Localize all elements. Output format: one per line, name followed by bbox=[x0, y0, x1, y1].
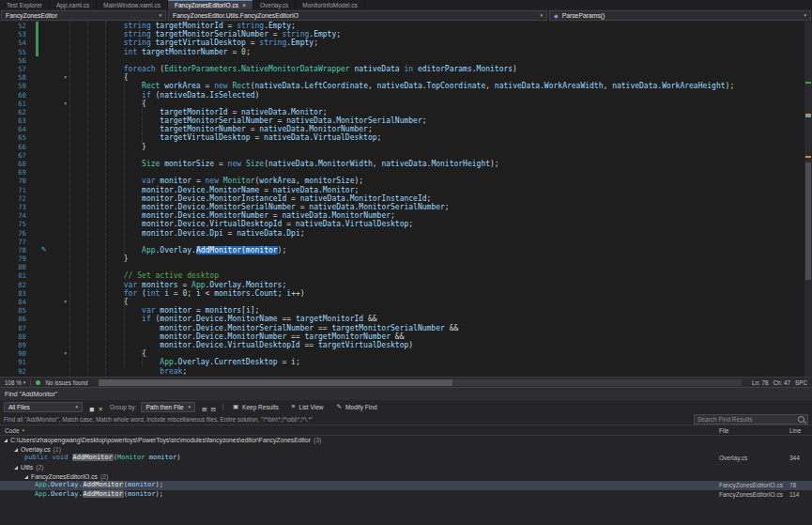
code-text: monitor.Device.VirtualDesktopId == targe… bbox=[69, 341, 413, 349]
project-dropdown[interactable]: FancyZonesEditor ▾ bbox=[1, 10, 166, 21]
result-match-row[interactable]: public void AddMonitor(Monitor monitor)O… bbox=[0, 454, 812, 463]
keep-results-button[interactable]: ▣Keep Results bbox=[228, 404, 282, 410]
zoom-control[interactable]: 108 % ▾ bbox=[5, 379, 25, 386]
code-text: targetMonitorId = nativeData.Monitor; bbox=[69, 108, 328, 116]
glyph-margin bbox=[32, 116, 69, 125]
modify-find-button[interactable]: ✎Modify Find bbox=[331, 404, 379, 410]
result-group-row[interactable]: Overlay.cs(1) bbox=[0, 445, 812, 455]
line-number: 76 bbox=[0, 229, 32, 238]
fold-chevron-icon[interactable]: ▾ bbox=[64, 298, 67, 306]
line-number: 74 bbox=[0, 211, 32, 220]
glyph-margin bbox=[32, 91, 69, 100]
collapse-all-icon[interactable]: ⊟ bbox=[208, 406, 217, 412]
list-view-button-label: List View bbox=[299, 404, 324, 410]
code-health-icon[interactable] bbox=[36, 380, 40, 385]
code-line: 79 } bbox=[0, 255, 804, 263]
line-number: 53 bbox=[0, 30, 32, 39]
tab-overlay-cs[interactable]: Overlay.cs bbox=[253, 0, 296, 9]
expander-icon[interactable] bbox=[24, 475, 28, 479]
tab-bar: Test ExplorerApp.xaml.csMainWindow.xaml.… bbox=[0, 0, 812, 9]
expander-icon[interactable] bbox=[14, 466, 18, 470]
code-text: var monitor = monitors[i]; bbox=[69, 306, 259, 315]
code-text: monitor.Device.MonitorSerialNumber == ta… bbox=[69, 324, 458, 332]
column-header-line[interactable]: Line bbox=[789, 427, 812, 434]
list-view-button-icon: ≡ bbox=[290, 404, 298, 410]
clear-all-icon[interactable]: ✕ bbox=[96, 406, 104, 412]
glyph-margin: ▾ bbox=[32, 100, 69, 108]
glyph-margin: ▾ bbox=[32, 298, 69, 306]
glyph-margin bbox=[32, 271, 69, 280]
group-by-dropdown[interactable]: Path then File ▾ bbox=[141, 402, 195, 412]
glyph-margin bbox=[32, 186, 69, 194]
glyph-margin bbox=[32, 22, 69, 30]
code-line: 71 monitor.Device.MonitorName = nativeDa… bbox=[0, 186, 804, 194]
expander-icon[interactable] bbox=[14, 448, 18, 452]
expander-icon[interactable] bbox=[4, 439, 8, 442]
close-icon[interactable]: × bbox=[242, 2, 246, 8]
tab-test-explorer[interactable]: Test Explorer bbox=[0, 0, 50, 9]
line-number: 88 bbox=[0, 332, 32, 341]
result-code-text: App.Overlay.AddMonitor(monitor); bbox=[35, 481, 163, 490]
code-line: 69 bbox=[0, 168, 804, 177]
tab-mainwindow-xaml-cs[interactable]: MainWindow.xaml.cs bbox=[97, 0, 168, 9]
panel-title: Find "AddMonitor" bbox=[0, 388, 812, 400]
line-number: 63 bbox=[0, 116, 32, 125]
code-text: monitor.Device.VirtualDesktopId = native… bbox=[69, 220, 413, 228]
list-view-button[interactable]: ≡List View bbox=[287, 404, 327, 410]
search-find-results-box[interactable] bbox=[694, 414, 808, 425]
fold-chevron-icon[interactable]: ▾ bbox=[64, 73, 67, 82]
tab-app-xaml-cs[interactable]: App.xaml.cs bbox=[50, 0, 97, 9]
indent-guide bbox=[69, 22, 70, 377]
editor-vertical-scrollbar[interactable] bbox=[804, 22, 812, 377]
code-line: 53 string targetMonitorSerialNumber = st… bbox=[0, 30, 804, 39]
code-text: targetMonitorNumber = nativeData.Monitor… bbox=[69, 125, 373, 133]
fold-chevron-icon[interactable]: ▾ bbox=[64, 349, 67, 358]
change-indicator bbox=[36, 39, 38, 47]
scope-dropdown[interactable]: All Files ▾ bbox=[4, 402, 83, 412]
type-dropdown[interactable]: FancyZonesEditor.Utils.FancyZonesEditorI… bbox=[168, 10, 547, 21]
results-list: C:\Users\zhaopengwang\Desktop\powertoys\… bbox=[0, 436, 812, 500]
member-dropdown-label: ParseParams() bbox=[562, 12, 801, 19]
glyph-margin bbox=[32, 281, 69, 289]
navigation-bar: FancyZonesEditor ▾ FancyZonesEditor.Util… bbox=[0, 9, 812, 22]
change-indicator bbox=[36, 30, 38, 39]
glyph-margin bbox=[32, 177, 69, 185]
code-editor[interactable]: 52 string targetMonitorId = string.Empty… bbox=[0, 22, 804, 377]
line-number: 75 bbox=[0, 220, 32, 228]
result-group-row[interactable]: FancyZonesEditorIO.cs(2) bbox=[0, 472, 812, 482]
tab-fancyzoneseditorio-cs[interactable]: FancyZonesEditorIO.cs× bbox=[168, 0, 253, 9]
code-line: 84▾ { bbox=[0, 298, 804, 306]
results-header[interactable]: Code ▾ File Line bbox=[0, 425, 812, 436]
result-match-row[interactable]: App.Overlay.AddMonitor(monitor);FancyZon… bbox=[0, 481, 812, 490]
fold-chevron-icon[interactable]: ▾ bbox=[64, 100, 67, 108]
scrollbar-thumb[interactable] bbox=[99, 379, 452, 386]
tab-monitorinfomodel-cs[interactable]: MonitorInfoModel.cs bbox=[296, 0, 365, 9]
code-line: 91 App.Overlay.CurrentDesktop = i; bbox=[0, 358, 804, 366]
keep-results-button-label: Keep Results bbox=[242, 404, 279, 410]
modify-find-button-label: Modify Find bbox=[345, 404, 377, 410]
code-text: foreach (EditorParameters.NativeMonitorD… bbox=[69, 65, 517, 73]
code-line: 86 if (monitor.Device.MonitorName == tar… bbox=[0, 315, 804, 323]
result-match-row[interactable]: App.Overlay.AddMonitor(monitor);FancyZon… bbox=[0, 490, 812, 500]
column-header-code[interactable]: Code ▾ bbox=[0, 427, 719, 434]
result-group-row[interactable]: Utils(2) bbox=[0, 463, 812, 472]
result-file: Overlay.cs bbox=[719, 454, 789, 463]
separator bbox=[222, 404, 223, 410]
type-dropdown-label: FancyZonesEditor.Utils.FancyZonesEditorI… bbox=[173, 12, 536, 19]
result-group-row[interactable]: C:\Users\zhaopengwang\Desktop\powertoys\… bbox=[0, 436, 812, 445]
quick-actions-icon[interactable]: ✎ bbox=[41, 245, 47, 254]
scrollbar-thumb[interactable] bbox=[805, 162, 811, 280]
member-dropdown[interactable]: ◆ ParseParams() ▾ bbox=[549, 10, 811, 21]
editor-horizontal-scrollbar[interactable] bbox=[99, 379, 742, 386]
chevron-down-icon: ▾ bbox=[75, 405, 78, 409]
search-find-results-input[interactable] bbox=[697, 416, 796, 423]
code-text: { bbox=[69, 73, 129, 82]
line-number: 58 bbox=[0, 73, 32, 82]
stop-search-icon[interactable]: ◼ bbox=[87, 406, 96, 412]
result-file: FancyZonesEditorIO.cs bbox=[719, 481, 789, 490]
line-number: 73 bbox=[0, 203, 32, 211]
line-number: 59 bbox=[0, 82, 32, 90]
glyph-margin bbox=[32, 263, 69, 271]
column-header-file[interactable]: File bbox=[719, 427, 789, 434]
glyph-margin bbox=[32, 220, 69, 228]
